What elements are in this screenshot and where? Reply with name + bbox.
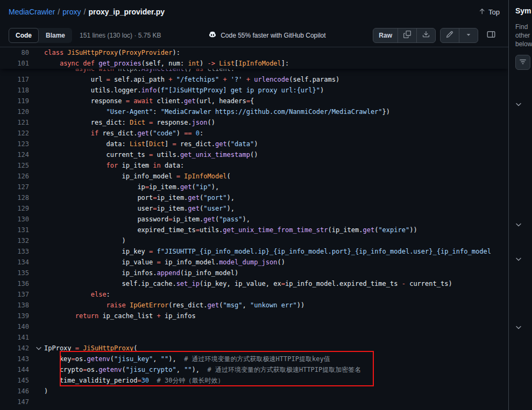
line-number[interactable]: 126 <box>0 171 33 182</box>
code-text: utils.logger.info(f"[JiSuHttpProxy] get … <box>44 85 508 96</box>
breadcrumb-repo-link[interactable]: MediaCrawler <box>9 8 55 16</box>
line-number[interactable]: 144 <box>0 364 33 375</box>
line-number[interactable]: 129 <box>0 203 33 214</box>
code-line: 127 ip=ip_item.get("ip"), <box>0 182 508 192</box>
symbol-group-chevron-icon[interactable] <box>515 220 522 230</box>
line-number[interactable]: 101 <box>0 58 33 69</box>
code-text: ip_value = ip_info_model.model_dump_json… <box>44 257 508 268</box>
code-line: 130 password=ip_item.get("pass"), <box>0 214 508 225</box>
code-line: 145 time_validity_period=30 # 30分钟（最长时效） <box>0 375 508 386</box>
copilot-banner[interactable]: Code 55% faster with GitHub Copilot <box>208 30 325 40</box>
code-line: 147 <box>0 397 508 407</box>
pencil-icon <box>446 31 453 40</box>
symbols-panel-toggle-button[interactable] <box>483 28 500 43</box>
line-number[interactable]: 124 <box>0 149 33 160</box>
breadcrumb: MediaCrawler/proxy/proxy_ip_provider.py <box>9 8 165 16</box>
code-text: class JiSuHttpProxy(ProxyProvider): <box>44 47 508 58</box>
code-text: self.ip_cache.set_ip(ip_key, ip_value, e… <box>44 278 508 289</box>
sticky-lines: 80class JiSuHttpProxy(ProxyProvider):101… <box>0 47 508 69</box>
line-number[interactable]: 138 <box>0 300 33 311</box>
sidebar-panel-icon <box>487 30 495 40</box>
code-text: ip_key = f"JISUHTTP_{ip_info_model.ip}_{… <box>44 246 508 257</box>
line-number[interactable]: 123 <box>0 139 33 149</box>
code-line: 139 return ip_cache_list + ip_infos <box>0 311 508 321</box>
line-number[interactable]: 133 <box>0 246 33 257</box>
main-column: MediaCrawler/proxy/proxy_ip_provider.py … <box>0 0 508 410</box>
raw-copy-download-group: Raw <box>373 28 436 43</box>
code-text: async def get_proxies(self, num: int) ->… <box>44 58 508 69</box>
tab-blame[interactable]: Blame <box>39 28 72 43</box>
line-number[interactable]: 118 <box>0 85 33 96</box>
code-text <box>44 332 508 343</box>
code-line: 144 crypto=os.getenv("jisu_crypto", ""),… <box>0 364 508 375</box>
line-number[interactable]: 121 <box>0 117 33 128</box>
symbol-group-chevron-icon[interactable] <box>515 323 522 333</box>
line-number[interactable]: 125 <box>0 160 33 171</box>
code-text: raise IpGetError(res_dict.get("msg", "un… <box>44 300 508 311</box>
code-text: data: List[Dict] = res_dict.get("data") <box>44 139 508 149</box>
code-line: 124 current_ts = utils.get_unix_timestam… <box>0 149 508 160</box>
line-number[interactable]: 140 <box>0 321 33 332</box>
line-number[interactable]: 131 <box>0 225 33 235</box>
line-number[interactable]: 142 <box>0 343 33 354</box>
code-line: async with httpx.AsyncClient() as client… <box>0 69 508 74</box>
download-raw-button[interactable] <box>417 28 435 42</box>
code-line: 131 expired_time_ts=utils.get_unix_time_… <box>0 225 508 235</box>
code-view: 80class JiSuHttpProxy(ProxyProvider):101… <box>0 47 508 410</box>
line-number[interactable]: 120 <box>0 106 33 117</box>
breadcrumb-dir-link[interactable]: proxy <box>62 8 81 16</box>
line-number[interactable]: 139 <box>0 311 33 321</box>
line-number[interactable]: 119 <box>0 96 33 106</box>
line-number[interactable]: 122 <box>0 128 33 139</box>
line-number[interactable]: 141 <box>0 332 33 343</box>
code-line: 80class JiSuHttpProxy(ProxyProvider): <box>0 47 508 58</box>
code-text: async with httpx.AsyncClient() as client… <box>44 69 508 74</box>
code-text: crypto=os.getenv("jisu_crypto", ""), # 通… <box>44 364 508 375</box>
edit-file-button[interactable] <box>441 28 459 42</box>
symbol-group-chevron-icon[interactable] <box>515 100 522 110</box>
code-line: 128 port=ip_item.get("port"), <box>0 192 508 203</box>
edit-dropdown-button[interactable] <box>459 28 478 42</box>
line-number[interactable]: 127 <box>0 182 33 192</box>
chevron-down-icon <box>465 31 472 40</box>
line-number[interactable] <box>0 69 33 74</box>
code-text: return ip_cache_list + ip_infos <box>44 311 508 321</box>
code-line: 141 <box>0 332 508 343</box>
code-text: for ip_item in data: <box>44 160 508 171</box>
filter-icon <box>519 58 527 67</box>
line-number[interactable]: 143 <box>0 354 33 364</box>
copy-raw-button[interactable] <box>398 28 417 42</box>
line-number[interactable]: 132 <box>0 235 33 246</box>
download-icon <box>422 31 430 40</box>
code-text: if res_dict.get("code") == 0: <box>44 128 508 139</box>
line-number[interactable]: 145 <box>0 375 33 386</box>
line-number[interactable]: 135 <box>0 268 33 278</box>
code-text: ip_info_model = IpInfoModel( <box>44 171 508 182</box>
line-number[interactable]: 147 <box>0 397 33 407</box>
line-number[interactable]: 117 <box>0 74 33 85</box>
back-to-top-button[interactable]: Top <box>478 8 500 17</box>
arrow-up-icon <box>478 8 486 17</box>
code-text: else: <box>44 289 508 300</box>
line-number[interactable]: 134 <box>0 257 33 268</box>
line-number[interactable]: 137 <box>0 289 33 300</box>
raw-button[interactable]: Raw <box>373 28 398 42</box>
code-line: 140 <box>0 321 508 332</box>
line-number[interactable]: 128 <box>0 192 33 203</box>
code-line: 146) <box>0 386 508 397</box>
code-line: 122 if res_dict.get("code") == 0: <box>0 128 508 139</box>
copy-icon <box>403 31 411 40</box>
line-number[interactable]: 146 <box>0 386 33 397</box>
collapse-chevron-icon[interactable] <box>33 343 44 354</box>
code-text: ip=ip_item.get("ip"), <box>44 182 508 192</box>
symbols-filter-button[interactable] <box>515 55 530 70</box>
code-line: 143 key=os.getenv("jisu_key", ""), # 通过环… <box>0 354 508 364</box>
code-text: time_validity_period=30 # 30分钟（最长时效） <box>44 375 508 386</box>
line-number[interactable]: 80 <box>0 47 33 58</box>
symbol-group-chevron-icon[interactable] <box>515 255 522 264</box>
line-number[interactable]: 136 <box>0 278 33 289</box>
tab-code[interactable]: Code <box>9 28 39 43</box>
line-number[interactable]: 130 <box>0 214 33 225</box>
code-line: 132 ) <box>0 235 508 246</box>
code-text: ) <box>44 235 508 246</box>
